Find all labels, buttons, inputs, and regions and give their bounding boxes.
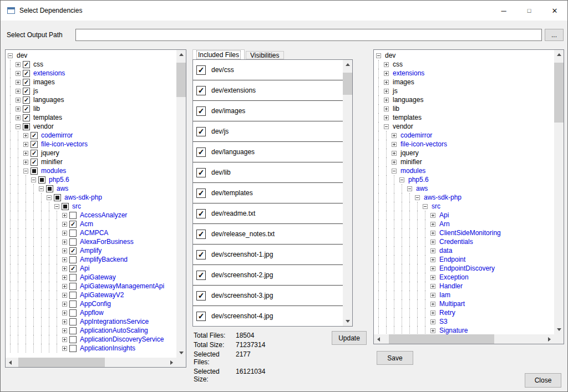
expand-icon[interactable] [16,98,21,103]
tree-row[interactable]: Api [7,264,176,273]
expand-icon[interactable] [16,89,21,94]
expand-icon[interactable] [384,106,389,111]
tree-node-label[interactable]: src [430,202,442,210]
file-row[interactable]: dev/css [193,60,343,80]
collapse-icon[interactable] [8,53,13,58]
tree-node-label[interactable]: ACMPCA [78,229,110,237]
file-checkbox[interactable] [196,106,206,116]
tree-node-label[interactable]: modules [399,167,427,175]
tree-row[interactable]: AccessAnalyzer [7,211,176,220]
tree-node-label[interactable]: Arn [438,220,452,228]
tab-visibilities[interactable]: Visibilities [246,51,283,59]
expand-icon[interactable] [430,284,435,289]
tree-checkbox[interactable] [69,283,77,290]
tree-row[interactable]: php5.6 [375,175,554,184]
tree-node-label[interactable]: js [32,87,40,95]
tree-node-label[interactable]: Multipart [438,300,466,308]
tree-checkbox[interactable] [46,185,53,192]
expand-icon[interactable] [392,133,397,138]
tree-node-label[interactable]: Endpoint [438,256,467,263]
expand-icon[interactable] [430,266,435,271]
tree-row[interactable]: Appflow [7,308,176,317]
tree-row[interactable]: codemirror [375,131,554,140]
tree-node-label[interactable]: Iam [438,291,452,299]
file-checkbox[interactable] [196,168,206,177]
tree-row[interactable]: Amplify [7,246,176,255]
tree-node-label[interactable]: php5.6 [47,176,71,184]
expand-icon[interactable] [384,71,389,76]
expand-icon[interactable] [23,133,28,138]
tree-checkbox[interactable] [69,265,77,272]
scroll-down-button[interactable] [554,325,564,334]
scroll-down-button[interactable] [176,348,186,358]
tree-checkbox[interactable] [31,141,38,148]
collapse-icon[interactable] [54,204,59,209]
tree-node-label[interactable]: Signature [438,327,469,334]
tree-row[interactable]: dev [7,51,176,60]
expand-icon[interactable] [430,213,435,218]
expand-icon[interactable] [62,302,67,307]
file-row[interactable]: dev/screenshot-4.jpg [193,306,343,326]
file-checkbox[interactable] [196,291,206,301]
scroll-up-button[interactable] [343,60,352,69]
scroll-up-button[interactable] [554,50,564,59]
tree-checkbox[interactable] [69,336,77,343]
scroll-right-button[interactable] [545,334,554,344]
left-tree-horizontal-scrollbar[interactable] [6,358,176,367]
tree-row[interactable]: languages [375,95,554,104]
tree-row[interactable]: aws [375,184,554,193]
tree-node-label[interactable]: vendor [32,123,55,130]
tree-row[interactable]: ApplicationDiscoveryService [7,335,176,344]
tree-node-label[interactable]: dev [383,52,397,59]
tree-node-label[interactable]: ApplicationInsights [78,344,137,352]
tree-node-label[interactable]: templates [32,114,64,121]
tree-checkbox[interactable] [23,61,30,68]
expand-icon[interactable] [384,89,389,94]
expand-icon[interactable] [16,71,21,76]
file-row[interactable]: dev/js [193,121,343,142]
file-row[interactable]: dev/languages [193,142,343,162]
tree-row[interactable]: modules [375,166,554,175]
expand-icon[interactable] [16,80,21,85]
collapse-icon[interactable] [376,53,381,58]
tree-node-label[interactable]: extensions [32,69,67,77]
tree-node-label[interactable]: data [438,247,454,254]
expand-icon[interactable] [430,310,435,315]
tree-node-label[interactable]: minifier [39,158,64,166]
update-button[interactable]: Update [332,331,367,345]
tree-node-label[interactable]: Api [438,211,450,219]
tree-node-label[interactable]: file-icon-vectors [39,140,89,148]
expand-icon[interactable] [62,266,67,271]
scrollbar-thumb[interactable] [343,73,352,95]
tree-node-label[interactable]: aws-sdk-php [422,194,463,201]
tree-node-label[interactable]: AppConfig [78,300,113,308]
tree-row[interactable]: aws [7,184,176,193]
collapse-icon[interactable] [399,177,404,182]
tree-row[interactable]: Signature [375,326,554,334]
expand-icon[interactable] [392,151,397,156]
expand-icon[interactable] [62,284,67,289]
scrollbar-thumb[interactable] [176,63,186,97]
tree-row[interactable]: vendor [375,122,554,131]
tree-node-label[interactable]: codemirror [39,131,74,139]
output-path-input[interactable] [75,29,542,41]
expand-icon[interactable] [16,62,21,67]
tree-row[interactable]: Multipart [375,299,554,308]
expand-icon[interactable] [430,328,435,333]
tree-node-label[interactable]: ApplicationDiscoveryService [78,335,165,343]
expand-icon[interactable] [430,222,435,227]
tree-row[interactable]: Api [375,211,554,220]
tree-checkbox[interactable] [69,309,77,317]
file-checkbox[interactable] [196,65,206,75]
expand-icon[interactable] [23,151,28,156]
expand-icon[interactable] [23,160,28,165]
scrollbar-track[interactable] [15,358,167,367]
collapse-icon[interactable] [31,177,36,182]
tree-row[interactable]: AppIntegrationsService [7,317,176,326]
collapse-icon[interactable] [47,195,52,200]
tree-checkbox[interactable] [69,247,77,254]
tree-row[interactable]: minifier [7,157,176,166]
tree-row[interactable]: php5.6 [7,175,176,184]
file-row[interactable]: dev/readme.txt [193,203,343,224]
tree-node-label[interactable]: Acm [78,220,95,228]
